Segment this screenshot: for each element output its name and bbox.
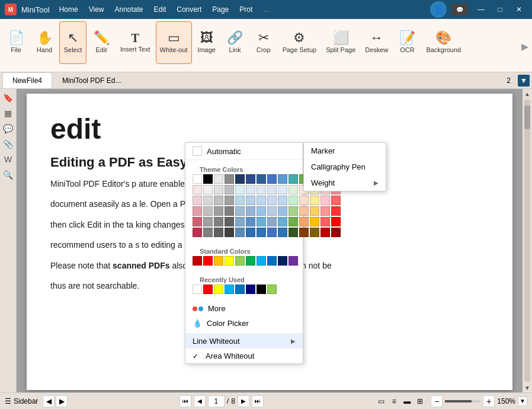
color-cell[interactable] [193,174,202,184]
color-cell[interactable] [193,185,202,194]
color-cell[interactable] [278,217,287,226]
single-page-icon[interactable]: ▭ [375,395,387,407]
menu-nav[interactable]: Home View Annotate Edit Convert Page Pro… [55,4,275,15]
recent-color-cell[interactable] [203,285,213,294]
select-button[interactable]: ↖ Select [59,21,86,64]
color-cell[interactable] [214,206,223,216]
color-cell[interactable] [331,196,341,205]
scroll-button[interactable]: ▼ [518,75,530,87]
color-cell[interactable] [203,228,213,237]
color-cell[interactable] [278,174,287,184]
weight-item[interactable]: Weight [304,175,386,191]
page-number-input[interactable] [208,395,225,407]
color-cell[interactable] [278,206,287,216]
color-cell[interactable] [267,217,277,226]
color-cell[interactable] [310,217,319,226]
color-cell[interactable] [246,174,255,184]
recent-color-cell[interactable] [257,285,266,294]
maximize-button[interactable]: □ [492,4,508,15]
two-page-icon[interactable]: ▬ [401,395,413,407]
standard-color-cell[interactable] [225,256,234,266]
color-cell[interactable] [225,217,234,226]
color-cell[interactable] [235,228,245,237]
color-cell[interactable] [203,196,213,205]
color-cell[interactable] [257,206,266,216]
standard-color-cell[interactable] [289,256,298,266]
sidebar-nav-right[interactable]: ▶ [56,395,68,407]
panel-icon-search[interactable]: 🔍 [2,168,15,181]
color-cell[interactable] [257,185,266,194]
standard-color-cell[interactable] [203,256,213,266]
color-cell[interactable] [267,185,277,194]
color-cell[interactable] [203,217,213,226]
color-cell[interactable] [225,228,234,237]
zoom-dropdown-button[interactable]: ▼ [518,397,527,406]
insert-text-button[interactable]: T Insert Text [116,21,155,64]
standard-color-cell[interactable] [267,256,277,266]
window-controls[interactable]: — □ ✕ [473,4,527,15]
color-cell[interactable] [299,196,309,205]
color-cell[interactable] [321,228,330,237]
color-cell[interactable] [299,206,309,216]
page-prev-button[interactable]: ◀ [194,395,206,407]
standard-color-cell[interactable] [193,256,202,266]
color-cell[interactable] [225,196,234,205]
color-cell[interactable] [278,185,287,194]
split-page-button[interactable]: ⬜ Split Page [322,21,360,64]
color-cell[interactable] [203,206,213,216]
color-cell[interactable] [235,174,245,184]
color-cell[interactable] [278,196,287,205]
color-cell[interactable] [214,196,223,205]
color-cell[interactable] [203,185,213,194]
menu-edit[interactable]: Edit [149,4,171,15]
panel-icon-attachment[interactable]: 📎 [2,138,15,151]
page-first-button[interactable]: ⏮ [180,395,191,407]
area-whiteout-item[interactable]: Area Whiteout [185,349,303,363]
color-cell[interactable] [267,174,277,184]
recent-color-cell[interactable] [235,285,245,294]
more-item[interactable]: More [185,301,303,316]
color-cell[interactable] [235,185,245,194]
file-button[interactable]: 📄 File [2,21,30,64]
panel-icon-grid[interactable]: ▦ [2,107,15,120]
color-cell[interactable] [225,206,234,216]
continuous-page-icon[interactable]: ≡ [388,395,400,407]
color-cell[interactable] [321,206,330,216]
menu-convert[interactable]: Convert [172,4,206,15]
color-cell[interactable] [278,228,287,237]
color-cell[interactable] [246,196,255,205]
sidebar-nav-left[interactable]: ◀ [43,395,55,407]
color-cell[interactable] [193,217,202,226]
color-cell[interactable] [193,206,202,216]
standard-color-cell[interactable] [246,256,255,266]
color-cell[interactable] [331,228,341,237]
color-cell[interactable] [257,174,266,184]
crop-button[interactable]: ✂ Crop [250,21,277,64]
right-scrollbar[interactable]: ▲ ▼ [523,89,532,392]
color-cell[interactable] [235,206,245,216]
minimize-button[interactable]: — [473,4,489,15]
color-cell[interactable] [193,228,202,237]
recent-color-cell[interactable] [214,285,223,294]
color-cell[interactable] [214,217,223,226]
recent-color-cell[interactable] [193,285,202,294]
deskew-button[interactable]: ↔ Deskew [361,21,392,64]
page-setup-button[interactable]: ⚙ Page Setup [278,21,321,64]
color-cell[interactable] [310,196,319,205]
standard-color-cell[interactable] [214,256,223,266]
background-button[interactable]: 🎨 Background [422,21,465,64]
zoom-slider[interactable] [445,400,480,402]
recent-color-cell[interactable] [225,285,234,294]
calligraphy-pen-item[interactable]: Calligraphy Pen [304,159,386,175]
menu-prot[interactable]: Prot [235,4,257,15]
ribbon-expand-arrow[interactable]: ▶ [520,21,530,72]
menu-page[interactable]: Page [207,4,233,15]
color-cell[interactable] [289,217,298,226]
color-cell[interactable] [331,217,341,226]
color-cell[interactable] [246,185,255,194]
page-next-button[interactable]: ▶ [238,395,249,407]
notification-icon[interactable]: 💬 [451,4,468,15]
standard-color-cell[interactable] [235,256,245,266]
color-cell[interactable] [299,217,309,226]
color-cell[interactable] [203,174,213,184]
